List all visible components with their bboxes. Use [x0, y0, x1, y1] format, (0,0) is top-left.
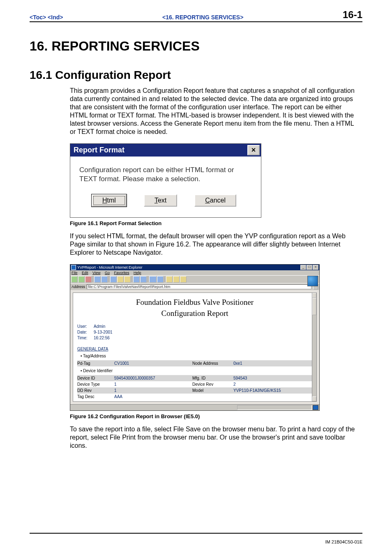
toolbar-cut-icon[interactable] [166, 276, 173, 283]
toolbar-forward-icon[interactable] [78, 276, 85, 283]
close-icon[interactable]: × [247, 145, 260, 155]
figure-1: Report Format × Configuration report can… [70, 143, 362, 226]
figure-2: YVPReport - Microsoft Internet Explorer … [70, 264, 362, 419]
menu-favorites[interactable]: Favorites [114, 271, 129, 275]
window-close-icon[interactable]: × [313, 265, 318, 270]
browser-window: YVPReport - Microsoft Internet Explorer … [70, 264, 320, 411]
menu-edit[interactable]: Edit [82, 271, 88, 275]
scroll-down-icon[interactable] [312, 396, 316, 401]
menu-go[interactable]: Go [105, 271, 110, 275]
meta-date-label: Date: [77, 329, 91, 335]
toolbar-refresh-icon[interactable] [94, 276, 101, 283]
meta-time-value: 16:22:56 [94, 335, 110, 341]
header-left-links: <Toc> <Ind> [30, 14, 63, 21]
meta-time-label: Time: [77, 335, 91, 341]
scroll-up-icon[interactable] [312, 293, 316, 298]
toolbar-home-icon[interactable] [101, 276, 108, 283]
zone-icon [313, 405, 318, 410]
device-identifier-bullet: Device Identifier [77, 368, 312, 373]
index-link[interactable]: <Ind> [48, 14, 63, 21]
cancel-button[interactable]: Cancel [194, 194, 236, 207]
address-input[interactable]: file:C:\Program Files\ValveNavi\Report\R… [87, 284, 311, 289]
html-button[interactable]: Html [92, 194, 127, 207]
toc-link[interactable]: <Toc> [30, 14, 46, 21]
toolbar-mail-icon[interactable] [133, 276, 140, 283]
toolbar-paste-icon[interactable] [180, 276, 187, 283]
address-label: Address [71, 285, 85, 289]
scroll-thumb[interactable] [312, 298, 316, 315]
browser-toolbar [70, 275, 319, 283]
vertical-scrollbar[interactable] [312, 293, 316, 401]
text-button[interactable]: Text [144, 194, 177, 207]
toolbar-separator [148, 276, 148, 282]
report-format-dialog: Report Format × Configuration report can… [70, 143, 261, 218]
ie-icon [71, 265, 76, 270]
browser-titlebar: YVPReport - Microsoft Internet Explorer … [70, 265, 319, 270]
page-header: <Toc> <Ind> <16. REPORTING SERVICES> 16-… [30, 9, 362, 22]
browser-title: YVPReport - Microsoft Internet Explorer [77, 265, 143, 269]
toolbar-copy-icon[interactable] [173, 276, 180, 283]
tag-address-bullet: Tag/Address [77, 354, 312, 358]
ie-logo-icon [307, 276, 318, 286]
toolbar-separator [131, 276, 132, 282]
menu-view[interactable]: View [92, 271, 100, 275]
toolbar-search-icon[interactable] [110, 276, 117, 283]
menu-file[interactable]: File [71, 271, 78, 275]
meta-date-value: 9-13-2001 [94, 329, 113, 335]
toolbar-font-smaller-icon[interactable] [157, 276, 164, 283]
dev-row: DD Rev1ModelYVP110-F1A3N/GE/KS15 [77, 387, 312, 394]
report-title: Foundation Fieldbus Valve Positioner Con… [77, 297, 312, 319]
meta-user-label: User: [77, 324, 91, 329]
menu-help[interactable]: Help [134, 271, 141, 275]
toolbar-separator [92, 276, 93, 282]
meta-user-value: Admin [94, 324, 105, 329]
figure-1-caption: Figure 16.1 Report Format Selection [70, 220, 362, 226]
toolbar-separator [108, 276, 109, 282]
status-pane [237, 405, 312, 410]
page-number: 16-1 [343, 9, 362, 21]
dev-row: Tag DescAAA [77, 394, 312, 400]
intro-paragraph: This program provides a Configuration Re… [70, 87, 359, 136]
browser-menubar: File Edit View Go Favorites Help [70, 270, 319, 275]
dialog-message: Configuration report can be either HTML … [79, 166, 252, 184]
toolbar-print-icon[interactable] [140, 276, 147, 283]
browser-address-bar: Address file:C:\Program Files\ValveNavi\… [70, 283, 319, 290]
footer-rule [30, 533, 362, 534]
tag-row: Pd-Tag CV1001 Node Address 0xe1 [77, 360, 312, 366]
toolbar-font-larger-icon[interactable] [149, 276, 157, 283]
report-content: Foundation Fieldbus Valve Positioner Con… [73, 292, 317, 402]
dev-row: Device Type1Device Rev2 [77, 381, 312, 387]
footer-doc-id: IM 21B04C50-01E [325, 539, 363, 544]
dev-row: Device ID5945430001J0000357Mfg. ID594543 [77, 375, 312, 381]
header-chapter-link[interactable]: <16. REPORTING SERVICES> [162, 14, 243, 21]
dialog-title: Report Format [74, 144, 246, 157]
toolbar-stop-icon[interactable] [85, 276, 92, 283]
maximize-icon[interactable]: □ [307, 265, 312, 270]
general-data-heading: GENERAL DATA [77, 347, 312, 351]
mid-paragraph: If you select HTML format, the default b… [70, 232, 359, 257]
toolbar-history-icon[interactable] [124, 276, 131, 283]
chapter-title: 16. REPORTING SERVICES [30, 39, 362, 54]
tail-paragraph: To save the report into a file, select F… [70, 425, 359, 450]
toolbar-back-icon[interactable] [71, 276, 78, 283]
section-title: 16.1 Configuration Report [30, 69, 362, 82]
toolbar-separator [164, 276, 165, 282]
browser-statusbar [70, 404, 319, 410]
minimize-icon[interactable]: _ [300, 265, 306, 270]
figure-2-caption: Figure 16.2 Configuration Report in Brow… [70, 413, 362, 419]
toolbar-favorites-icon[interactable] [117, 276, 124, 283]
